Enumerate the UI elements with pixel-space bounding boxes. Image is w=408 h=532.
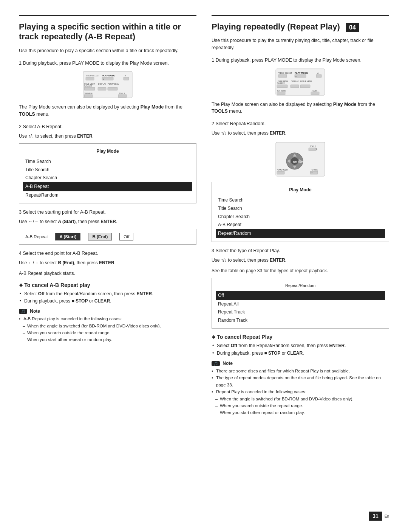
page-sub: En <box>385 514 389 518</box>
right-remote-dpad: TOOLS ✎ ENTER HOME MEDIA RETURN ↩ <box>274 140 327 178</box>
right-pm-item-5-highlighted: Repeat/Random <box>216 229 385 238</box>
svg-rect-40 <box>309 148 316 151</box>
svg-text:GALLERY: GALLERY <box>84 85 92 87</box>
right-step1-heading: 1 During playback, press PLAY MODE to di… <box>212 57 389 64</box>
page-number-area: 31 En <box>369 512 389 521</box>
right-pm-item-3: Chapter Search <box>218 213 383 221</box>
svg-rect-36 <box>277 92 285 95</box>
left-step1-text: During playback, press PLAY MODE to disp… <box>23 60 169 66</box>
left-step1-heading: 1 During playback, press PLAY MODE to di… <box>19 60 196 67</box>
right-step1-note: The Play Mode screen can also be display… <box>212 101 389 115</box>
right-note-item-3: Repeat Play is canceled in the following… <box>212 388 389 395</box>
svg-text:PLAY MODE: PLAY MODE <box>295 72 308 74</box>
left-step2-sub: Use ↑/↓ to select, then press ENTER. <box>19 133 196 140</box>
left-step2-heading: 2 Select A-B Repeat. <box>19 123 196 130</box>
right-cancel-title: To cancel Repeat Play <box>212 334 389 340</box>
left-column: Playing a specific section within a titl… <box>19 15 196 420</box>
left-play-mode-box: Play Mode Time Search Title Search Chapt… <box>19 143 196 204</box>
left-play-mode-title: Play Mode <box>25 147 190 156</box>
right-play-mode-title: Play Mode <box>218 186 383 194</box>
right-title: Playing repeatedly (Repeat Play) 04 <box>212 22 389 32</box>
right-pm-item-2: Title Search <box>218 205 383 213</box>
svg-text:TOP MENU: TOP MENU <box>277 90 286 92</box>
right-step3-sub2: See the table on page 33 for the types o… <box>212 267 389 274</box>
repeat-off-highlighted: Off <box>216 291 385 300</box>
page-container: Playing a specific section within a titl… <box>19 15 389 420</box>
section-badge: 04 <box>346 23 359 32</box>
right-note-item-1: There are some discs and files for which… <box>212 368 389 374</box>
right-pm-item-1: Time Search <box>218 196 383 205</box>
svg-rect-32 <box>291 85 299 88</box>
ab-repeat-label: A-B Repeat <box>25 234 48 239</box>
random-track: Random Track <box>218 316 383 325</box>
repeat-random-label: Repeat/Random <box>218 282 383 290</box>
right-remote-image: VIDEO SELECT PLAY MODE A ▼ HOME MEDIA GA… <box>274 67 327 97</box>
left-note-icon: 🎵 <box>19 309 27 314</box>
svg-rect-12 <box>84 87 95 90</box>
svg-text:↩: ↩ <box>311 172 312 174</box>
left-step3-text: Select the starting point for A-B Repeat… <box>23 209 106 215</box>
svg-text:TOOLS: TOOLS <box>119 93 125 95</box>
right-note-sub-3: When you start other repeat or random pl… <box>212 409 389 416</box>
left-intro: Use this procedure to play a specific se… <box>19 47 196 54</box>
right-note-list: There are some discs and files for which… <box>212 368 389 416</box>
right-step3-heading: 3 Select the type of Repeat Play. <box>212 247 389 254</box>
ab-repeat-selection-box: A-B Repeat A (Start) B (End) Off <box>19 229 196 245</box>
right-step1-text: During playback, press PLAY MODE to disp… <box>215 57 362 63</box>
right-divider <box>212 15 389 16</box>
left-note-list: A-B Repeat play is canceled in the follo… <box>19 315 196 343</box>
svg-text:TOOLS: TOOLS <box>312 90 317 92</box>
svg-rect-13 <box>98 87 106 90</box>
left-step1-note: The Play Mode screen can also be display… <box>19 104 196 118</box>
svg-text:HOME MEDIA: HOME MEDIA <box>277 169 288 171</box>
left-step1-number: 1 <box>19 60 22 66</box>
svg-rect-37 <box>311 92 319 95</box>
svg-rect-4 <box>86 77 94 80</box>
svg-text:VIDEO SELECT: VIDEO SELECT <box>86 74 99 77</box>
left-note-title: 🎵 Note <box>19 309 196 314</box>
repeat-track: Repeat Track <box>218 308 383 316</box>
right-note-icon: 🎵 <box>212 361 220 366</box>
left-cancel-section: To cancel A-B Repeat play Select Off fro… <box>19 282 196 305</box>
repeat-all: Repeat All <box>218 300 383 309</box>
svg-text:POPUP MENU: POPUP MENU <box>300 81 312 82</box>
ab-start-button: A (Start) <box>55 233 80 240</box>
svg-text:PLAY MODE: PLAY MODE <box>102 74 115 77</box>
left-pm-item-4-highlighted: A-B Repeat <box>23 182 192 191</box>
svg-text:DISPLAY: DISPLAY <box>98 83 106 85</box>
svg-text:RETURN: RETURN <box>311 169 318 171</box>
right-cancel-item-2: During playback, press ■ STOP or CLEAR. <box>212 350 389 357</box>
svg-text:✎: ✎ <box>315 148 318 150</box>
left-title: Playing a specific section within a titl… <box>19 22 196 42</box>
right-note-sub-2: When you search outside the repeat range… <box>212 402 389 409</box>
svg-text:GALLERY: GALLERY <box>277 82 285 84</box>
svg-rect-14 <box>108 87 117 90</box>
right-step3-sub: Use ↑/↓ to select, then press ENTER. <box>212 257 389 264</box>
page-number: 31 <box>369 512 382 521</box>
right-note-sub-1: When the angle is switched (for BD-ROM a… <box>212 396 389 402</box>
right-step3-text: Select the type of Repeat Play. <box>215 248 280 253</box>
svg-rect-18 <box>118 95 127 98</box>
svg-rect-33 <box>300 85 310 88</box>
right-intro: Use this procedure to play the currently… <box>212 37 389 51</box>
ab-end-button: B (End) <box>88 233 112 240</box>
left-step2-text: Select A-B Repeat. <box>23 124 63 129</box>
left-cancel-title: To cancel A-B Repeat play <box>19 282 196 288</box>
svg-text:TOP MENU: TOP MENU <box>84 93 93 95</box>
right-column: Playing repeatedly (Repeat Play) 04 Use … <box>212 15 389 420</box>
left-pm-item-5: Repeat/Random <box>25 191 190 200</box>
right-play-mode-box: Play Mode Time Search Title Search Chapt… <box>212 182 389 242</box>
svg-text:TOOLS: TOOLS <box>310 145 317 147</box>
ab-off-button: Off <box>119 233 133 240</box>
right-note-item-2: The type of repeat modes depends on the … <box>212 374 389 388</box>
left-note-sub-1: When the angle is switched (for BD-ROM a… <box>19 323 196 329</box>
left-note-item-1: A-B Repeat play is canceled in the follo… <box>19 315 196 322</box>
left-step3-heading: 3 Select the starting point for A-B Repe… <box>19 209 196 216</box>
left-step4-sub2: A-B Repeat playback starts. <box>19 270 196 277</box>
right-step2-sub: Use ↑/↓ to select, then press ENTER. <box>212 130 389 136</box>
left-pm-item-2: Title Search <box>25 166 190 174</box>
left-note-sub-2: When you search outside the repeat range… <box>19 329 196 336</box>
svg-rect-50 <box>277 171 284 174</box>
right-cancel-list: Select Off from the Repeat/Random screen… <box>212 342 389 357</box>
left-note-sub-3: When you start other repeat or random pl… <box>19 336 196 343</box>
